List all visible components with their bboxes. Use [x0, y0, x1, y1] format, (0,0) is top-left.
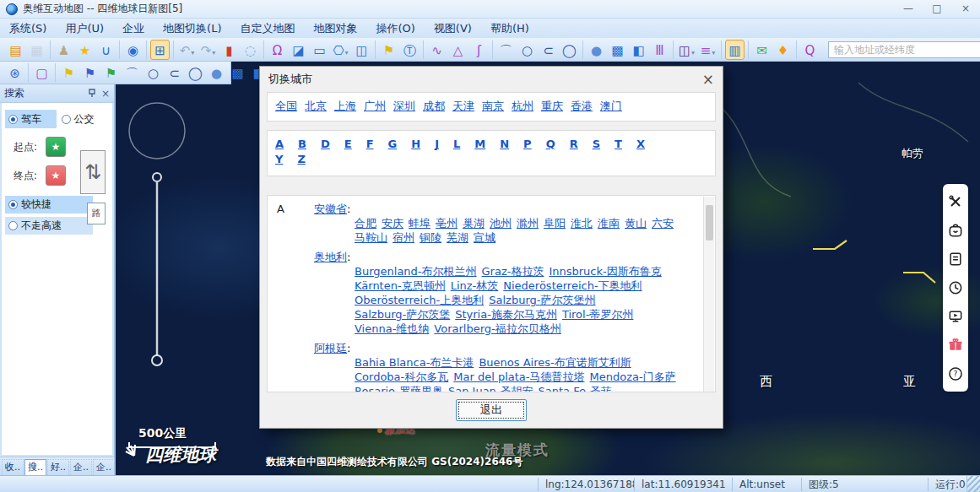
- hot-city-link[interactable]: 全国: [275, 100, 297, 112]
- city-link[interactable]: Salzburg-萨尔茨堡州: [489, 294, 595, 306]
- tools-icon[interactable]: [943, 187, 968, 216]
- timer-icon[interactable]: ⎔: [331, 40, 350, 60]
- hot-city-link[interactable]: 成都: [423, 100, 445, 112]
- arc-icon[interactable]: ⌒: [496, 40, 516, 60]
- pin-panel-icon[interactable]: [88, 89, 96, 98]
- city-link[interactable]: 巢湖: [463, 217, 485, 230]
- screen-share-icon[interactable]: [943, 302, 968, 331]
- city-link[interactable]: San Juan-圣胡安: [448, 385, 533, 392]
- city-link[interactable]: Burgenland-布尔根兰州: [355, 265, 477, 278]
- sidebar-tab[interactable]: 企..: [93, 459, 115, 475]
- undo-icon[interactable]: ↶: [177, 40, 197, 60]
- region-link[interactable]: 阿根廷: [314, 342, 347, 354]
- address-search-input[interactable]: [828, 41, 980, 58]
- hot-city-link[interactable]: 深圳: [393, 100, 415, 112]
- resize-grip[interactable]: [966, 476, 980, 492]
- alphabet-letter-link[interactable]: S: [593, 138, 600, 150]
- new-doc-icon[interactable]: ▢: [32, 62, 51, 83]
- lasso-select-icon[interactable]: ◌: [241, 40, 260, 60]
- filled-rect-icon[interactable]: ▩: [608, 40, 627, 60]
- circle-icon[interactable]: ○: [143, 62, 163, 83]
- city-link[interactable]: 宿州: [393, 231, 414, 244]
- circle-icon[interactable]: ○: [517, 40, 537, 60]
- menu-item[interactable]: 企业: [113, 19, 154, 38]
- city-link[interactable]: 安庆: [382, 217, 403, 230]
- city-link[interactable]: Santa Fe-圣菲: [539, 385, 612, 392]
- filled-circle-icon[interactable]: ●: [207, 62, 226, 83]
- track-route-icon[interactable]: ∪: [96, 40, 116, 60]
- curve-c-icon[interactable]: ⊂: [165, 62, 184, 83]
- camera-icon[interactable]: ◫: [352, 40, 371, 60]
- pushpin-icon[interactable]: ⚑: [379, 40, 398, 60]
- pin-yellow-icon[interactable]: ⚑: [59, 62, 79, 83]
- sidebar-tab[interactable]: 收..: [2, 459, 24, 475]
- hot-city-link[interactable]: 澳门: [600, 100, 622, 112]
- region-link[interactable]: 奥地利: [314, 251, 347, 263]
- city-link[interactable]: Innsbruck-因斯布鲁克: [549, 265, 661, 278]
- city-link[interactable]: Mendoza-门多萨: [590, 370, 676, 383]
- city-link[interactable]: 六安: [652, 217, 674, 230]
- city-link[interactable]: Cordoba-科尔多瓦: [355, 370, 448, 383]
- history-icon[interactable]: [943, 273, 968, 302]
- city-link[interactable]: 滁州: [517, 217, 539, 230]
- panel-layout-icon[interactable]: ◫: [677, 40, 696, 60]
- menu-item[interactable]: 帮助(H): [481, 19, 539, 38]
- ellipse-icon[interactable]: ◯: [560, 40, 579, 60]
- hot-city-link[interactable]: 天津: [452, 100, 474, 112]
- sidebar-tab[interactable]: 企..: [70, 459, 92, 475]
- city-link[interactable]: Salzburg-萨尔茨堡: [355, 308, 450, 321]
- list-scrollbar-thumb[interactable]: [706, 205, 713, 241]
- shop-icon[interactable]: [943, 216, 968, 245]
- city-link[interactable]: Styria-施泰尔马克州: [455, 308, 557, 321]
- help-icon[interactable]: ?: [943, 360, 968, 388]
- delete-icon[interactable]: ▮: [219, 40, 239, 60]
- alphabet-letter-link[interactable]: R: [570, 138, 578, 150]
- city-link[interactable]: 蚌埠: [409, 217, 430, 230]
- filled-rect-icon[interactable]: ▩: [228, 62, 247, 83]
- city-link[interactable]: 淮南: [598, 217, 620, 230]
- parallel-lines-icon[interactable]: Ⅲ: [650, 40, 669, 60]
- city-link[interactable]: 芜湖: [447, 231, 468, 244]
- alphabet-letter-link[interactable]: L: [453, 138, 460, 150]
- save-icon[interactable]: ▦: [27, 40, 46, 60]
- city-link[interactable]: 淮北: [571, 217, 593, 230]
- city-link[interactable]: Vorarlberg-福拉尔贝格州: [434, 322, 560, 335]
- travel-mode-option[interactable]: 公交: [58, 110, 110, 128]
- alphabet-letter-link[interactable]: X: [636, 138, 645, 150]
- city-link[interactable]: 黄山: [625, 217, 647, 230]
- alphabet-letter-link[interactable]: F: [366, 138, 374, 150]
- alphabet-letter-link[interactable]: B: [298, 138, 306, 150]
- city-link[interactable]: 合肥: [355, 217, 376, 230]
- city-link[interactable]: 池州: [490, 217, 512, 230]
- menu-item[interactable]: 视图(V): [425, 19, 481, 38]
- hot-city-link[interactable]: 香港: [571, 100, 593, 112]
- route-preference-option[interactable]: 不走高速: [5, 217, 93, 235]
- close-button[interactable]: ×: [951, 0, 980, 18]
- menu-item[interactable]: 系统(S): [0, 19, 56, 38]
- city-link[interactable]: 亳州: [436, 217, 458, 230]
- alphabet-letter-link[interactable]: M: [474, 138, 485, 150]
- open-file-icon[interactable]: ▤: [6, 40, 25, 60]
- route-plan-icon[interactable]: 路: [87, 203, 106, 224]
- settings-gear-icon[interactable]: ⊛: [5, 62, 24, 83]
- alphabet-letter-link[interactable]: G: [388, 138, 398, 150]
- polyline-icon[interactable]: ∿: [427, 40, 447, 60]
- redo-icon[interactable]: ↷: [198, 40, 218, 60]
- search-icon[interactable]: Q: [800, 40, 820, 60]
- city-link[interactable]: Vienna-维也纳: [355, 322, 429, 335]
- pin-green-icon[interactable]: ⚑: [101, 62, 121, 83]
- placemark-icon[interactable]: Ω: [268, 40, 287, 60]
- city-link[interactable]: Rosario-罗萨里奥: [355, 385, 443, 392]
- maximize-button[interactable]: □: [923, 0, 951, 18]
- list-settings-icon[interactable]: ≡: [698, 40, 717, 60]
- alphabet-letter-link[interactable]: T: [615, 138, 622, 150]
- city-link[interactable]: 铜陵: [420, 231, 441, 244]
- start-point-button[interactable]: ★: [46, 137, 66, 157]
- hot-city-link[interactable]: 广州: [364, 100, 386, 112]
- freehand-curve-icon[interactable]: ʃ: [469, 40, 489, 60]
- hot-city-link[interactable]: 北京: [305, 100, 327, 112]
- filled-circle-icon[interactable]: ●: [587, 40, 606, 60]
- menu-item[interactable]: 自定义地图: [230, 19, 304, 38]
- eraser-icon[interactable]: ◪: [289, 40, 308, 60]
- favorites-star-icon[interactable]: ★: [75, 40, 95, 60]
